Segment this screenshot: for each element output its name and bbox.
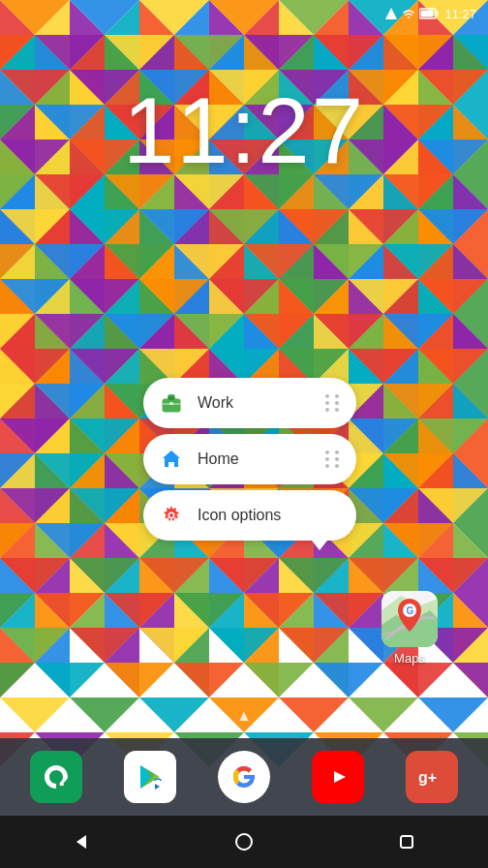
home-label: Home xyxy=(198,450,312,468)
svg-marker-508 xyxy=(70,698,139,732)
menu-item-home[interactable]: Home xyxy=(143,434,356,484)
dock-hangouts[interactable] xyxy=(30,751,82,803)
svg-rect-530 xyxy=(163,399,180,412)
svg-marker-501 xyxy=(105,663,174,698)
status-time: 11:27 xyxy=(444,7,476,21)
svg-marker-513 xyxy=(418,698,488,732)
svg-rect-557 xyxy=(401,836,412,848)
svg-rect-532 xyxy=(169,402,173,405)
status-bar: 11:27 xyxy=(0,0,488,27)
home-dots xyxy=(325,450,341,468)
menu-item-work[interactable]: Work xyxy=(143,378,356,428)
home-button[interactable] xyxy=(227,824,261,859)
svg-rect-531 xyxy=(168,396,174,400)
maps-label: Maps xyxy=(394,651,425,666)
briefcase-icon xyxy=(159,390,184,416)
maps-icon-image: G xyxy=(381,591,438,647)
svg-marker-512 xyxy=(349,698,418,732)
svg-marker-507 xyxy=(0,698,70,732)
recents-button[interactable] xyxy=(389,824,424,859)
svg-point-523 xyxy=(408,16,410,18)
svg-text:g+: g+ xyxy=(418,769,437,786)
wifi-icon xyxy=(402,7,415,20)
svg-marker-509 xyxy=(139,698,209,732)
svg-marker-511 xyxy=(279,698,349,732)
work-dots xyxy=(325,394,341,412)
context-menu: Work Home Icon op xyxy=(143,378,356,541)
maps-app[interactable]: G Maps xyxy=(381,591,438,666)
svg-marker-503 xyxy=(244,663,314,698)
dock-google[interactable] xyxy=(218,751,270,803)
svg-rect-525 xyxy=(437,12,439,16)
svg-marker-522 xyxy=(385,8,397,19)
svg-marker-555 xyxy=(76,835,86,849)
signal-icon xyxy=(384,7,398,20)
clock-display: 11:27 xyxy=(0,78,488,184)
menu-item-icon-options[interactable]: Icon options xyxy=(143,490,356,541)
dock-arrow: ▲ xyxy=(236,707,252,725)
svg-marker-502 xyxy=(174,663,244,698)
svg-text:G: G xyxy=(407,605,414,616)
dock-gplus[interactable]: g+ xyxy=(406,751,458,803)
dock-playstore[interactable] xyxy=(124,751,176,803)
svg-marker-500 xyxy=(35,663,105,698)
svg-marker-499 xyxy=(0,663,35,698)
svg-rect-541 xyxy=(52,775,55,780)
svg-marker-504 xyxy=(314,663,383,698)
battery-icon xyxy=(419,8,439,19)
svg-marker-506 xyxy=(453,663,488,698)
settings-icon xyxy=(159,503,184,528)
status-icons xyxy=(384,7,439,20)
svg-rect-542 xyxy=(57,775,60,780)
clock-time: 11:27 xyxy=(123,78,365,182)
nav-bar xyxy=(0,816,488,868)
back-button[interactable] xyxy=(64,824,99,859)
svg-marker-533 xyxy=(163,450,180,467)
icon-options-label: Icon options xyxy=(198,507,341,524)
work-label: Work xyxy=(198,394,312,412)
svg-point-536 xyxy=(169,513,173,517)
home-icon xyxy=(159,447,184,472)
svg-rect-526 xyxy=(421,11,434,17)
dock-youtube[interactable] xyxy=(312,751,364,803)
svg-point-556 xyxy=(236,834,252,850)
dock: g+ xyxy=(0,738,488,816)
svg-marker-505 xyxy=(383,663,453,698)
